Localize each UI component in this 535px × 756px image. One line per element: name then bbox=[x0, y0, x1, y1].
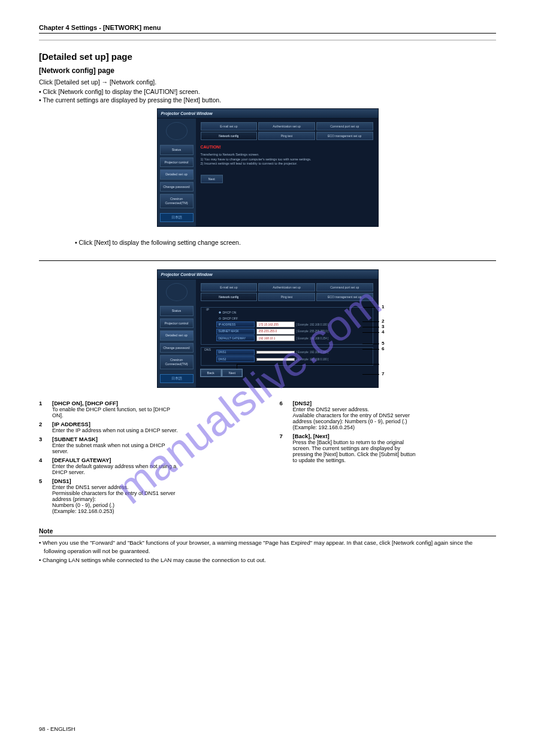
sidebar: Status Projector control Detailed set up… bbox=[158, 119, 196, 226]
tab-ping-2[interactable]: Ping test bbox=[258, 293, 315, 301]
screenshot-1: Projector Control Window Status Projecto… bbox=[39, 108, 496, 227]
def-1-desc: To enable the DHCP client function, set … bbox=[52, 406, 178, 418]
callout-5: 5 bbox=[382, 341, 384, 346]
def-7-title: [Back], [Next] bbox=[293, 433, 365, 439]
note-heading: Note bbox=[39, 527, 496, 536]
def-2-desc: Enter the IP address when not using a DH… bbox=[52, 427, 178, 433]
def-1-title: [DHCP ON], [DHCP OFF] bbox=[52, 400, 124, 406]
def-4-desc: Enter the default gateway address when n… bbox=[52, 463, 178, 475]
sidebar-language[interactable]: 日本語 bbox=[160, 213, 194, 222]
back-button[interactable]: Back bbox=[201, 369, 221, 377]
sidebar-2: Status Projector control Detailed set up… bbox=[158, 280, 196, 387]
sidebar-detailed-setup-2[interactable]: Detailed set up bbox=[160, 330, 194, 341]
main-panel-2: E-mail set up Authentication set up Comm… bbox=[196, 280, 378, 387]
bullet-1: • Click [Network config] to display the … bbox=[39, 88, 496, 95]
dns1-example: [ Example: 192.168.0.100 ] bbox=[297, 351, 329, 354]
dns2-label: DNS2 bbox=[216, 356, 255, 362]
tab-eco-2[interactable]: ECO management set up bbox=[316, 293, 373, 301]
section-subtitle: [Network config] page bbox=[39, 66, 496, 75]
callout-3: 3 bbox=[382, 324, 384, 329]
dns2-input[interactable] bbox=[256, 358, 295, 361]
dhcp-on-radio[interactable]: DHCP ON bbox=[216, 309, 371, 315]
tab-auth-2[interactable]: Authentication set up bbox=[258, 283, 315, 292]
def-5-desc: Enter the DNS1 server address. Permissib… bbox=[52, 484, 178, 514]
sidebar-change-password-2[interactable]: Change password bbox=[160, 343, 194, 353]
def-5-title: [DNS1] bbox=[52, 478, 124, 484]
def-3-title: [SUBNET MASK] bbox=[52, 436, 124, 442]
intro-text: Click [Detailed set up] → [Network confi… bbox=[39, 78, 496, 86]
sidebar-projector-control[interactable]: Projector control bbox=[160, 157, 194, 168]
caution-desc-1: Transferring to Network Settings screen. bbox=[201, 153, 373, 157]
callout-7: 7 bbox=[382, 371, 384, 377]
sidebar-language-2[interactable]: 日本語 bbox=[160, 374, 194, 383]
window-title: Projector Control Window bbox=[158, 109, 378, 119]
projector-window-2: Projector Control Window Status Projecto… bbox=[157, 269, 379, 388]
screenshot-2: Projector Control Window Status Projecto… bbox=[39, 269, 496, 388]
chapter-header: Chapter 4 Settings - [NETWORK] menu bbox=[39, 24, 496, 34]
def-3-desc: Enter the subnet mask when not using a D… bbox=[52, 442, 178, 454]
tab-email[interactable]: E-mail set up bbox=[201, 122, 258, 130]
def-7-desc: Press the [Back] button to return to the… bbox=[293, 439, 419, 463]
ip-address-label: IP ADDRESS bbox=[216, 321, 255, 327]
callout-2: 2 bbox=[382, 318, 384, 324]
def-6-desc: Enter the DNS2 server address. Available… bbox=[293, 406, 419, 430]
tab-email-2[interactable]: E-mail set up bbox=[201, 283, 258, 292]
click-next-text: • Click [Next] to display the following … bbox=[75, 239, 496, 246]
rule bbox=[39, 260, 496, 261]
subnet-label: SUBNET MASK bbox=[216, 329, 255, 335]
dns2-example: [ Example: 192.168.0.100 ] bbox=[297, 358, 329, 361]
tab-network-config[interactable]: Network config bbox=[201, 132, 258, 140]
ip-section-label: IP bbox=[201, 308, 214, 344]
tab-network-config-2[interactable]: Network config bbox=[201, 293, 258, 301]
subnet-input[interactable]: 255.255.255.0 bbox=[256, 329, 295, 335]
tab-command-port-2[interactable]: Command port set up bbox=[316, 283, 373, 292]
sidebar-crestron[interactable]: Crestron Connected(TM) bbox=[160, 194, 194, 208]
tab-auth[interactable]: Authentication set up bbox=[258, 122, 315, 130]
dns-section-label: DNS bbox=[201, 348, 214, 365]
note-list: • When you use the "Forward" and "Back" … bbox=[39, 539, 496, 564]
sidebar-change-password[interactable]: Change password bbox=[160, 182, 194, 192]
logo-icon bbox=[166, 122, 188, 140]
callout-6: 6 bbox=[382, 346, 384, 351]
ip-address-input[interactable]: 172.15.163.255 bbox=[256, 321, 295, 327]
sidebar-projector-control-2[interactable]: Projector control bbox=[160, 318, 194, 329]
sidebar-crestron-2[interactable]: Crestron Connected(TM) bbox=[160, 355, 194, 369]
next-button[interactable]: Next bbox=[201, 175, 223, 183]
def-2-title: [IP ADDRESS] bbox=[52, 421, 124, 427]
tab-eco[interactable]: ECO management set up bbox=[316, 132, 373, 140]
subnet-example: [ Example: 255.255.255.0 ] bbox=[297, 330, 329, 333]
definitions-list: 1[DHCP ON], [DHCP OFF]To enable the DHCP… bbox=[39, 400, 496, 517]
bullet-2: • The current settings are displayed by … bbox=[39, 96, 496, 104]
dns1-input[interactable] bbox=[256, 351, 295, 354]
tab-command-port[interactable]: Command port set up bbox=[316, 122, 373, 130]
next-button-2[interactable]: Next bbox=[222, 369, 242, 377]
logo-icon-2 bbox=[166, 283, 188, 301]
gateway-input[interactable]: 192.168.10.1 bbox=[256, 335, 295, 341]
caution-desc-3: 2) Incorrect settings will lead to inabi… bbox=[201, 162, 373, 166]
def-4-title: [DEFAULT GATEWAY] bbox=[52, 457, 124, 463]
sidebar-status[interactable]: Status bbox=[160, 145, 194, 155]
dhcp-off-radio[interactable]: DHCP OFF bbox=[216, 315, 371, 321]
ip-address-example: [ Example: 192.168.0.100 ] bbox=[297, 323, 329, 326]
projector-window: Projector Control Window Status Projecto… bbox=[157, 108, 379, 227]
page-title: [Detailed set up] page bbox=[39, 51, 496, 62]
window-title-2: Projector Control Window bbox=[158, 270, 378, 280]
tab-ping[interactable]: Ping test bbox=[258, 132, 315, 140]
sidebar-status-2[interactable]: Status bbox=[160, 306, 194, 316]
page-footer: 98 - ENGLISH bbox=[39, 725, 496, 732]
def-6-title: [DNS2] bbox=[293, 400, 365, 406]
gateway-label: DEFAULT GATEWAY bbox=[216, 335, 255, 341]
divider bbox=[39, 40, 496, 41]
caution-desc-2: 1) You may have to change your computer'… bbox=[201, 157, 373, 162]
page-number: 98 - ENGLISH bbox=[39, 725, 75, 732]
callout-4: 4 bbox=[382, 329, 384, 335]
main-panel: E-mail set up Authentication set up Comm… bbox=[196, 119, 378, 226]
gateway-example: [ Example: 192.168.0.254 ] bbox=[297, 337, 329, 340]
sidebar-detailed-setup[interactable]: Detailed set up bbox=[160, 169, 194, 180]
dns1-label: DNS1 bbox=[216, 350, 255, 356]
caution-text: CAUTION! bbox=[201, 145, 373, 149]
callout-1: 1 bbox=[382, 304, 384, 309]
